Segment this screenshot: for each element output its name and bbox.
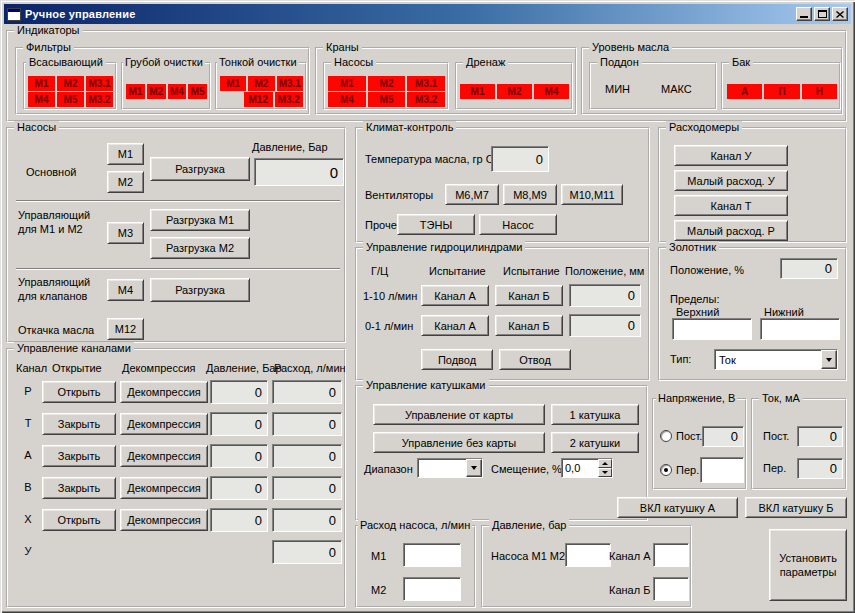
pump-m1-button[interactable]: М1 <box>107 143 144 165</box>
channel-open-button[interactable]: Закрыть <box>42 477 116 499</box>
channel-decompression-button[interactable]: Декомпрессия <box>120 381 208 403</box>
indicator-cell: М3.2 <box>275 92 304 107</box>
indicator-cell: М3.2 <box>86 92 113 107</box>
fan-m10-m11-button[interactable]: М10,М11 <box>561 184 623 205</box>
cylinder-channel-a-button[interactable]: Канал А <box>421 315 489 336</box>
pump-m12-button[interactable]: М12 <box>107 318 144 340</box>
flowmeter-channel-t-button[interactable]: Канал Т <box>674 195 788 216</box>
valve-pumps-title: Насосы <box>331 56 376 69</box>
main-unload-button[interactable]: Разгрузка <box>150 157 250 181</box>
unload-m2-button[interactable]: Разгрузка М2 <box>150 237 250 259</box>
dropdown-arrow-button[interactable] <box>821 350 837 369</box>
upper-limit-input[interactable] <box>672 318 752 340</box>
range-select-value <box>418 459 466 477</box>
channel-open-button[interactable]: Закрыть <box>42 445 116 467</box>
channel-decompression-button[interactable]: Декомпрессия <box>120 445 208 467</box>
column-header-test-a: Испытание <box>429 265 486 278</box>
control-pump-m1m2-label: Управляющий для М1 и М2 <box>18 208 104 236</box>
close-button[interactable] <box>832 7 848 21</box>
pump-flow-m2-input[interactable] <box>403 577 461 601</box>
range-select[interactable] <box>417 458 483 478</box>
flowmeter-channel-u-button[interactable]: Канал У <box>674 145 788 166</box>
voltage-title: Напряжение, В <box>656 392 737 405</box>
pump-m2-button[interactable]: М2 <box>107 171 144 193</box>
maximize-icon <box>818 10 827 18</box>
minimize-button[interactable] <box>796 7 812 21</box>
flowmeter-small-flow-u-button[interactable]: Малый расход. У <box>674 170 788 191</box>
channel-pressure-display: 0 <box>210 380 268 404</box>
cylinder-channel-a-button[interactable]: Канал А <box>421 285 489 306</box>
offset-spinner[interactable]: 0,0 <box>561 458 613 478</box>
voltage-dc-radio[interactable] <box>660 430 672 442</box>
voltage-dc-label: Пост. <box>676 430 702 443</box>
retract-button[interactable]: Отвод <box>499 349 571 370</box>
indicator-cell: М1 <box>126 84 145 99</box>
enable-coil-b-button[interactable]: ВКЛ катушку Б <box>745 497 847 518</box>
control-from-card-button[interactable]: Управление от карты <box>373 404 545 425</box>
group-climate: Климат-контроль Температура масла, гр С … <box>355 127 650 243</box>
pump-m3-button[interactable]: М3 <box>107 222 144 244</box>
indicator-cell: М3.1 <box>86 76 113 91</box>
heaters-button[interactable]: ТЭНЫ <box>397 214 475 235</box>
pump-flow-m1-input[interactable] <box>403 543 461 567</box>
enable-coil-a-button[interactable]: ВКЛ катушку А <box>617 497 738 518</box>
pump-m4-button[interactable]: М4 <box>107 279 144 301</box>
group-filter-suction: Всасывающий М1 М2 М3.1 М4 М5 М3.2 <box>23 62 117 110</box>
valves-unload-button[interactable]: Разгрузка <box>150 278 250 302</box>
title-bar[interactable]: Ручное управление <box>4 4 851 24</box>
triangle-up-icon <box>602 462 608 465</box>
channel-pressure-display: 0 <box>210 508 268 532</box>
indicator-cell: М5 <box>57 92 84 107</box>
spinner-up-button[interactable] <box>598 459 612 468</box>
cylinder-channel-b-button[interactable]: Канал Б <box>495 285 563 306</box>
main-pressure-display: 0 <box>254 158 344 186</box>
indicator-cell: М3.1 <box>277 76 303 91</box>
channels-title: Управление каналами <box>14 342 134 355</box>
voltage-ac-input[interactable] <box>700 457 744 483</box>
advance-button[interactable]: Подвод <box>421 349 493 370</box>
apply-parameters-button[interactable]: Установить параметры <box>769 529 847 601</box>
oil-temperature-label: Температура масла, гр С <box>365 153 494 166</box>
fan-m8-m9-button[interactable]: М8,М9 <box>503 184 557 205</box>
indicator-cell: М1 <box>28 76 55 91</box>
cylinders-title: Управление гидроцилиндрами <box>363 241 525 254</box>
indicator-cell: М3.2 <box>407 92 445 107</box>
voltage-ac-radio[interactable] <box>660 464 672 476</box>
type-select[interactable]: Ток <box>714 349 838 370</box>
flowmeter-small-flow-r-button[interactable]: Малый расход. Р <box>674 220 788 241</box>
oil-temperature-display: 0 <box>491 146 549 172</box>
group-oil-sump: Поддон МИН МАКС <box>589 62 717 110</box>
window-controls <box>796 7 848 21</box>
one-coil-button[interactable]: 1 катушка <box>551 404 639 425</box>
cylinder-channel-b-button[interactable]: Канал Б <box>495 315 563 336</box>
channel-open-button[interactable]: Открыть <box>42 381 116 403</box>
group-current: Ток, мА Пост. 0 Пер. 0 <box>751 398 847 490</box>
two-coils-button[interactable]: 2 катушки <box>551 432 639 453</box>
group-indicators: Индикаторы Фильтры Всасывающий М1 М2 М3.… <box>6 30 847 122</box>
channel-decompression-button[interactable]: Декомпрессия <box>120 509 208 531</box>
pumps-title: Насосы <box>14 121 59 134</box>
indicator-row: М1 М2 М3.1 <box>28 76 113 91</box>
limits-label: Пределы: <box>670 293 719 306</box>
pressure-pump-input[interactable] <box>565 543 611 567</box>
climate-pump-button[interactable]: Насос <box>479 214 557 235</box>
channel-open-button[interactable]: Открыть <box>42 509 116 531</box>
unload-m1-button[interactable]: Разгрузка М1 <box>150 209 250 231</box>
dropdown-arrow-button[interactable] <box>466 459 482 477</box>
control-without-card-button[interactable]: Управление без карты <box>373 432 545 453</box>
indicator-cell: П <box>764 84 799 99</box>
indicator-cell: М2 <box>368 76 406 91</box>
channel-decompression-button[interactable]: Декомпрессия <box>120 477 208 499</box>
channel-decompression-button[interactable]: Декомпрессия <box>120 413 208 435</box>
fans-label: Вентиляторы <box>365 189 433 202</box>
pressure-channel-a-input[interactable] <box>653 543 689 567</box>
maximize-button[interactable] <box>814 7 830 21</box>
channel-open-button[interactable]: Закрыть <box>42 413 116 435</box>
pump-flow-m2-label: М2 <box>371 584 386 597</box>
column-header-position: Положение, мм <box>565 265 644 278</box>
pressure-channel-b-input[interactable] <box>653 577 689 601</box>
fan-m6-m7-button[interactable]: М6,М7 <box>445 184 499 205</box>
spinner-down-button[interactable] <box>598 468 612 477</box>
current-dc-display: 0 <box>797 426 843 447</box>
lower-limit-input[interactable] <box>760 318 840 340</box>
